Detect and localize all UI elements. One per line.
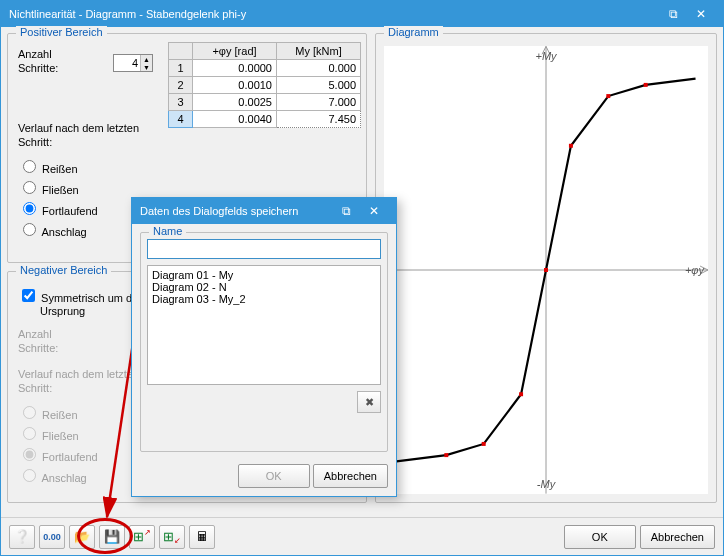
radio-fliessen[interactable]: Fließen (18, 178, 98, 196)
anzahl-label-neg: Anzahl (18, 328, 52, 340)
cancel-button[interactable]: Abbrechen (640, 525, 715, 549)
footer-toolbar: ❔ 0.00 📂 💾 ⊞↗ ⊞↙ 🖩 OK Abbrechen (1, 517, 723, 555)
axis-my-plus-label: +My (535, 50, 556, 62)
diagram-legend: Diagramm (384, 26, 443, 38)
positive-legend: Positiver Bereich (16, 26, 107, 38)
spin-up-icon[interactable]: ▲ (140, 55, 152, 63)
negative-legend: Negativer Bereich (16, 264, 111, 276)
verlauf-label-1: Verlauf nach dem letzten (18, 122, 139, 134)
dialog-cancel-button[interactable]: Abbrechen (313, 464, 388, 488)
radio-anschlag[interactable]: Anschlag (18, 220, 98, 238)
table-row[interactable]: 10.00000.000 (169, 60, 361, 77)
radio-fortlaufend[interactable]: Fortlaufend (18, 199, 98, 217)
svg-rect-5 (544, 268, 548, 272)
restore-icon[interactable]: ⧉ (659, 4, 687, 24)
save-dialog: Daten des Dialogfelds speichern ⧉ ✕ Name… (131, 197, 397, 497)
schritte-label: Schritte: (18, 62, 58, 74)
dialog-restore-icon[interactable]: ⧉ (332, 201, 360, 221)
verlauf-neg-1: Verlauf nach dem letzten (18, 368, 139, 380)
diagram-chart: +My -My +φy (384, 46, 708, 494)
symmetric-checkbox[interactable]: Symmetrisch um den Ursprung (18, 286, 144, 317)
dialog-delete-button[interactable]: ✖ (357, 391, 381, 413)
axis-my-minus-label: -My (537, 478, 555, 490)
verlauf-neg-2: Schritt: (18, 382, 52, 394)
excel-import-button[interactable]: ⊞↙ (159, 525, 185, 549)
radio-reissen-neg: Reißen (18, 403, 98, 421)
dialog-name-legend: Name (149, 225, 186, 237)
svg-rect-2 (444, 453, 448, 457)
open-button[interactable]: 📂 (69, 525, 95, 549)
format-button[interactable]: 0.00 (39, 525, 65, 549)
anzahl-label: Anzahl (18, 48, 52, 60)
th-phi: +φy [rad] (193, 43, 277, 60)
help-button[interactable]: ❔ (9, 525, 35, 549)
close-icon[interactable]: ✕ (687, 4, 715, 24)
radio-fliessen-neg: Fließen (18, 424, 98, 442)
th-empty (169, 43, 193, 60)
list-item[interactable]: Diagram 02 - N (152, 281, 376, 293)
dialog-close-icon[interactable]: ✕ (360, 201, 388, 221)
steps-input[interactable] (114, 55, 140, 71)
dialog-name-input[interactable] (147, 239, 381, 259)
svg-rect-8 (644, 83, 648, 87)
radio-reissen[interactable]: Reißen (18, 157, 98, 175)
ok-button[interactable]: OK (564, 525, 636, 549)
list-item[interactable]: Diagram 03 - My_2 (152, 293, 376, 305)
main-titlebar: Nichtlinearität - Diagramm - Stabendgele… (1, 1, 723, 27)
svg-rect-7 (606, 94, 610, 98)
schritte-label-neg: Schritte: (18, 342, 58, 354)
dialog-ok-button[interactable]: OK (238, 464, 310, 488)
table-row[interactable]: 20.00105.000 (169, 77, 361, 94)
diagram-group: Diagramm +My -My +φy (375, 33, 717, 503)
main-window: Nichtlinearität - Diagramm - Stabendgele… (0, 0, 724, 556)
th-m: My [kNm] (277, 43, 361, 60)
dialog-name-group: Name Diagram 01 - My Diagram 02 - N Diag… (140, 232, 388, 452)
excel-export-button[interactable]: ⊞↗ (129, 525, 155, 549)
tail-radio-group: Reißen Fließen Fortlaufend Anschlag (18, 154, 98, 241)
dialog-titlebar: Daten des Dialogfelds speichern ⧉ ✕ (132, 198, 396, 224)
verlauf-label-2: Schritt: (18, 136, 52, 148)
tail-radio-group-neg: Reißen Fließen Fortlaufend Anschlag (18, 400, 98, 487)
calc-button[interactable]: 🖩 (189, 525, 215, 549)
spin-down-icon[interactable]: ▼ (140, 63, 152, 71)
steps-spinner[interactable]: ▲▼ (113, 54, 153, 72)
svg-rect-3 (482, 442, 486, 446)
svg-rect-4 (519, 392, 523, 396)
dialog-name-list[interactable]: Diagram 01 - My Diagram 02 - N Diagram 0… (147, 265, 381, 385)
dialog-title: Daten des Dialogfelds speichern (140, 205, 298, 217)
table-row-selected[interactable]: 40.00407.450 (169, 111, 361, 128)
list-item[interactable]: Diagram 01 - My (152, 269, 376, 281)
chart-svg (384, 46, 708, 494)
save-button[interactable]: 💾 (99, 525, 125, 549)
axis-phi-label: +φy (685, 264, 704, 276)
radio-anschlag-neg: Anschlag (18, 466, 98, 484)
radio-fortlaufend-neg: Fortlaufend (18, 445, 98, 463)
window-title: Nichtlinearität - Diagramm - Stabendgele… (9, 8, 246, 20)
table-row[interactable]: 30.00257.000 (169, 94, 361, 111)
data-table: +φy [rad] My [kNm] 10.00000.000 20.00105… (168, 42, 361, 128)
svg-rect-6 (569, 144, 573, 148)
